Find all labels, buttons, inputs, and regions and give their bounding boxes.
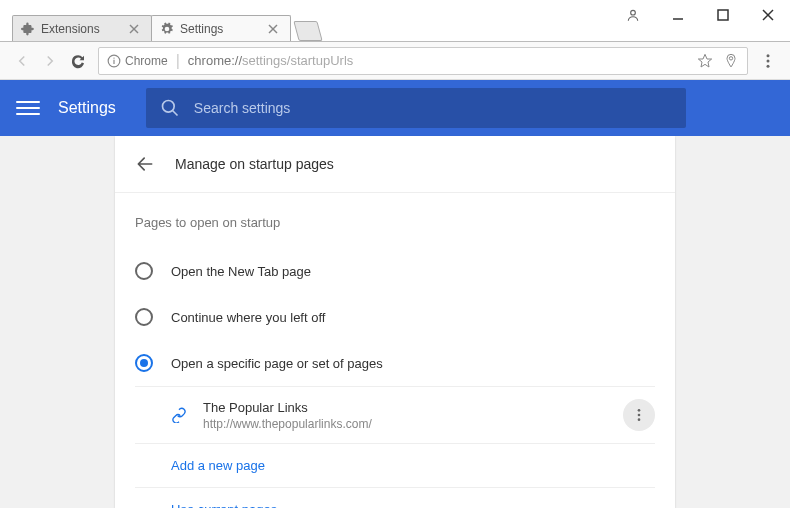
user-account-button[interactable]: [610, 0, 655, 30]
user-icon: [626, 8, 640, 22]
svg-point-18: [638, 414, 641, 417]
location-pin-icon[interactable]: [723, 53, 739, 69]
radio-continue[interactable]: Continue where you left off: [135, 294, 655, 340]
tab-settings[interactable]: Settings: [151, 15, 291, 41]
radio-icon: [135, 262, 153, 280]
svg-point-0: [630, 10, 635, 15]
arrow-right-icon: [41, 52, 59, 70]
kebab-icon: [759, 52, 777, 70]
maximize-button[interactable]: [700, 0, 745, 30]
omnibox-divider: |: [176, 52, 180, 70]
browser-menu-button[interactable]: [754, 47, 782, 75]
arrow-left-icon: [13, 52, 31, 70]
settings-search-box[interactable]: [146, 88, 686, 128]
add-new-page-link[interactable]: Add a new page: [135, 443, 655, 487]
page-name: The Popular Links: [203, 400, 623, 415]
info-icon: [107, 54, 121, 68]
reload-button[interactable]: [64, 47, 92, 75]
settings-menu-button[interactable]: [16, 96, 40, 120]
settings-content: Manage on startup pages Pages to open on…: [0, 136, 790, 508]
use-current-pages-link[interactable]: Use current pages: [135, 487, 655, 508]
forward-button[interactable]: [36, 47, 64, 75]
tab-label: Extensions: [41, 22, 121, 36]
omnibox-url: chrome://settings/startupUrls: [188, 53, 697, 68]
svg-point-19: [638, 418, 641, 421]
link-icon: [171, 407, 187, 423]
radio-icon: [135, 308, 153, 326]
radio-label: Continue where you left off: [171, 310, 325, 325]
tab-close-icon[interactable]: [266, 22, 280, 36]
origin-chip: Chrome: [107, 54, 168, 68]
back-arrow-icon[interactable]: [135, 154, 155, 174]
card-body: Pages to open on startup Open the New Ta…: [115, 193, 675, 508]
bookmark-star-icon[interactable]: [697, 53, 713, 69]
close-icon: [761, 8, 775, 22]
back-button[interactable]: [8, 47, 36, 75]
settings-app-title: Settings: [58, 99, 116, 117]
minimize-icon: [671, 8, 685, 22]
card-header: Manage on startup pages: [115, 136, 675, 193]
settings-search-input[interactable]: [194, 100, 672, 116]
section-label: Pages to open on startup: [135, 215, 655, 230]
svg-point-12: [767, 54, 770, 57]
settings-header: Settings: [0, 80, 790, 136]
svg-point-13: [767, 59, 770, 62]
close-window-button[interactable]: [745, 0, 790, 30]
svg-point-11: [113, 57, 114, 58]
window-controls: [610, 0, 790, 30]
svg-point-14: [767, 64, 770, 67]
svg-line-16: [172, 111, 177, 116]
radio-specific-pages[interactable]: Open a specific page or set of pages: [135, 340, 655, 386]
svg-point-15: [162, 101, 174, 113]
address-bar[interactable]: Chrome | chrome://settings/startupUrls: [98, 47, 748, 75]
radio-open-new-tab[interactable]: Open the New Tab page: [135, 248, 655, 294]
settings-card: Manage on startup pages Pages to open on…: [115, 136, 675, 508]
origin-label: Chrome: [125, 54, 168, 68]
search-icon: [160, 98, 180, 118]
svg-point-17: [638, 409, 641, 412]
kebab-icon: [631, 407, 647, 423]
page-url: http://www.thepopularlinks.com/: [203, 417, 623, 431]
tab-label: Settings: [180, 22, 260, 36]
minimize-button[interactable]: [655, 0, 700, 30]
page-info: The Popular Links http://www.thepopularl…: [203, 400, 623, 431]
browser-toolbar: Chrome | chrome://settings/startupUrls: [0, 42, 790, 80]
page-entry-menu-button[interactable]: [623, 399, 655, 431]
maximize-icon: [716, 8, 730, 22]
gear-icon: [160, 22, 174, 36]
new-tab-button[interactable]: [293, 21, 322, 41]
tab-close-icon[interactable]: [127, 22, 141, 36]
tab-extensions[interactable]: Extensions: [12, 15, 152, 41]
radio-label: Open a specific page or set of pages: [171, 356, 383, 371]
svg-rect-2: [718, 10, 728, 20]
radio-label: Open the New Tab page: [171, 264, 311, 279]
page-title: Manage on startup pages: [175, 156, 334, 172]
omnibox-actions: [697, 53, 739, 69]
reload-icon: [69, 52, 87, 70]
startup-page-row: The Popular Links http://www.thepopularl…: [135, 386, 655, 443]
extension-icon: [21, 22, 35, 36]
radio-icon: [135, 354, 153, 372]
